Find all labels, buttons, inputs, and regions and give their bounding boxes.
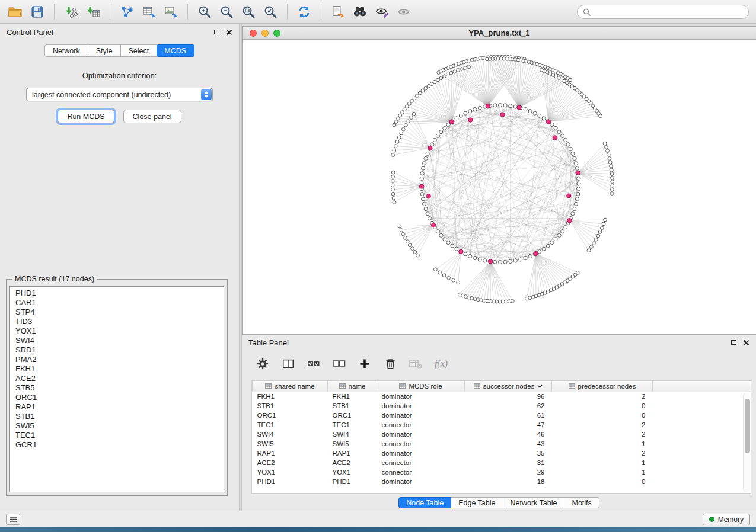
table-scrollbar[interactable]: [743, 393, 750, 492]
run-mcds-button[interactable]: Run MCDS: [58, 110, 114, 123]
close-panel-button[interactable]: Close panel: [123, 110, 181, 123]
table-row[interactable]: ACE2ACE2connector311: [253, 458, 751, 467]
tab-select[interactable]: Select: [121, 44, 158, 57]
table-cell: PHD1: [253, 477, 328, 486]
column-header-successor-nodes[interactable]: successor nodes: [465, 381, 552, 392]
table-row[interactable]: TEC1TEC1connector472: [253, 420, 751, 430]
import-network-icon: [64, 5, 78, 19]
close-panel-icon[interactable]: [226, 29, 232, 36]
mcds-result-item[interactable]: FKH1: [10, 364, 224, 374]
delete-column-button[interactable]: [382, 356, 398, 371]
minimize-window-icon[interactable]: [261, 30, 269, 37]
tab-motifs[interactable]: Motifs: [564, 497, 599, 508]
column-header-shared-name[interactable]: shared name: [253, 381, 328, 392]
maximize-window-icon[interactable]: [273, 30, 280, 37]
mcds-result-item[interactable]: SWI5: [10, 421, 224, 431]
memory-button[interactable]: Memory: [703, 514, 750, 525]
column-header-predecessor-nodes[interactable]: predecessor nodes: [552, 381, 653, 392]
network-window-titlebar[interactable]: YPA_prune.txt_1: [243, 27, 756, 40]
mcds-result-item[interactable]: STB5: [10, 383, 224, 393]
tab-node-table[interactable]: Node Table: [398, 497, 451, 508]
mcds-result-item[interactable]: TID3: [10, 317, 224, 326]
zoom-in-button[interactable]: [195, 3, 214, 21]
annotate-view-button[interactable]: [372, 3, 391, 21]
table-cell: STB1: [253, 401, 328, 411]
table-row[interactable]: PHD1PHD1dominator180: [253, 477, 751, 486]
clear-table-button[interactable]: [408, 356, 423, 371]
table-row[interactable]: SWI5SWI5connector431: [253, 439, 751, 448]
table-cell: SWI5: [328, 439, 377, 448]
mcds-result-item[interactable]: PMA2: [10, 355, 224, 364]
column-header-name[interactable]: name: [328, 381, 377, 392]
export-table-button[interactable]: [139, 3, 158, 21]
mcds-result-item[interactable]: SWI4: [10, 336, 224, 345]
column-type-icon: [399, 383, 406, 389]
node-table: shared name name MCDS role successor nod…: [251, 380, 751, 494]
table-cell: 2: [552, 448, 653, 458]
table-row[interactable]: ORC1ORC1dominator610: [253, 411, 751, 420]
tab-network-table[interactable]: Network Table: [503, 497, 565, 508]
table-cell: connector: [377, 439, 465, 448]
column-header-mcds-role[interactable]: MCDS role: [377, 381, 465, 392]
new-network-button[interactable]: [117, 3, 136, 21]
close-window-icon[interactable]: [250, 30, 257, 37]
deselect-all-button[interactable]: [331, 356, 347, 371]
mcds-result-item[interactable]: ORC1: [10, 393, 224, 402]
export-image-button[interactable]: [161, 3, 180, 21]
tab-mcds[interactable]: MCDS: [157, 44, 194, 57]
mcds-result-item[interactable]: STB1: [10, 412, 224, 421]
mcds-result-item[interactable]: GCR1: [10, 440, 224, 450]
table-settings-button[interactable]: [255, 356, 270, 371]
select-all-button[interactable]: [306, 356, 321, 371]
float-panel-icon[interactable]: [214, 30, 219, 34]
search-icon: [583, 8, 591, 16]
show-columns-button[interactable]: [280, 356, 296, 371]
share-document-button[interactable]: [328, 3, 347, 21]
float-panel-icon[interactable]: [731, 340, 736, 345]
mcds-result-item[interactable]: TEC1: [10, 431, 224, 440]
find-button[interactable]: [350, 3, 369, 21]
column-type-icon: [265, 383, 272, 389]
show-hide-button[interactable]: [394, 3, 413, 21]
optimization-criterion-select[interactable]: largest connected component (undirected): [26, 88, 213, 101]
status-menu-button[interactable]: [6, 514, 20, 525]
open-file-button[interactable]: [6, 3, 25, 21]
table-row[interactable]: RAP1RAP1dominator352: [253, 448, 751, 458]
table-scrollbar-thumb[interactable]: [745, 399, 750, 453]
mcds-result-item[interactable]: STP4: [10, 307, 224, 317]
zoom-out-button[interactable]: [217, 3, 236, 21]
mcds-result-list[interactable]: PHD1CAR1STP4TID3YOX1SWI4SRD1PMA2FKH1ACE2…: [9, 286, 224, 492]
table-row[interactable]: STB1STB1dominator620: [253, 401, 751, 411]
zoom-fit-button[interactable]: [239, 3, 258, 21]
mcds-result-item[interactable]: CAR1: [10, 298, 224, 307]
mcds-result-item[interactable]: PHD1: [10, 289, 224, 298]
mcds-result-item[interactable]: SRD1: [10, 345, 224, 355]
refresh-button[interactable]: [295, 3, 314, 21]
close-panel-icon[interactable]: [743, 339, 749, 346]
zoom-selected-button[interactable]: [261, 3, 280, 21]
trash-icon: [384, 358, 397, 370]
table-cell: 18: [465, 477, 552, 486]
table-row[interactable]: FKH1FKH1dominator962: [253, 392, 751, 401]
network-graph[interactable]: [243, 40, 756, 334]
table-row[interactable]: SWI4SWI4dominator462: [253, 430, 751, 439]
table-row[interactable]: YOX1YOX1connector291: [253, 467, 751, 477]
add-column-button[interactable]: [357, 356, 372, 371]
mcds-result-item[interactable]: ACE2: [10, 374, 224, 383]
mcds-result-item[interactable]: RAP1: [10, 402, 224, 412]
function-builder-button[interactable]: f(x): [433, 356, 449, 371]
memory-label: Memory: [718, 515, 744, 524]
table-cell: SWI4: [328, 430, 377, 439]
tab-edge-table[interactable]: Edge Table: [451, 497, 503, 508]
network-canvas[interactable]: [243, 40, 756, 334]
table-cell: STB1: [328, 401, 377, 411]
mcds-result-item[interactable]: YOX1: [10, 326, 224, 336]
search-box[interactable]: [577, 5, 749, 19]
tab-network[interactable]: Network: [44, 44, 88, 57]
import-network-button[interactable]: [62, 3, 81, 21]
select-all-icon: [307, 357, 321, 370]
search-input[interactable]: [594, 8, 743, 16]
import-table-button[interactable]: [84, 3, 103, 21]
save-session-button[interactable]: [28, 3, 47, 21]
tab-style[interactable]: Style: [88, 44, 121, 57]
